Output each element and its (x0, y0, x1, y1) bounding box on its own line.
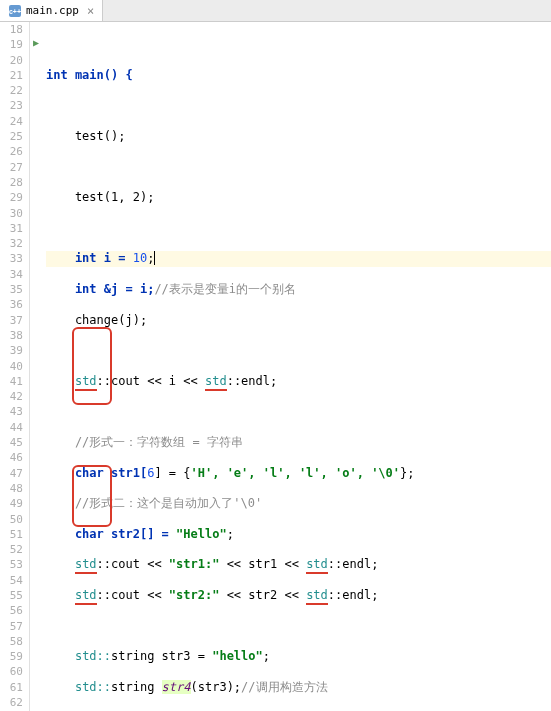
keyword: char str1[ (46, 466, 147, 480)
number: 10 (133, 251, 147, 265)
string-literal: "Hello" (176, 527, 227, 541)
code-text: string (111, 680, 162, 694)
code-text: << str2 << (219, 588, 306, 602)
code-text: ] = { (154, 466, 190, 480)
svg-text:c++: c++ (9, 8, 21, 15)
code-text: change(j); (46, 313, 147, 327)
keyword: int &j = i; (46, 282, 154, 296)
keyword: int i = (46, 251, 133, 265)
std-underline: std (306, 588, 328, 605)
code-text: ::endl; (328, 557, 379, 571)
string-literal: "hello" (212, 649, 263, 663)
code-text: ::endl; (227, 374, 278, 388)
tab-bar: c++ main.cpp × (0, 0, 551, 22)
cpp-file-icon: c++ (8, 4, 22, 18)
comment: //表示是变量i的一个别名 (154, 282, 296, 296)
keyword: int main() { (46, 68, 133, 82)
string-literal: "str1:" (169, 557, 220, 571)
code-text: test(1, 2); (46, 190, 154, 204)
std-underline: std (75, 588, 97, 605)
error-box-mark (72, 327, 112, 405)
tab-label: main.cpp (26, 4, 79, 17)
std: std:: (75, 649, 111, 663)
code-text: (str3); (191, 680, 242, 694)
code-text (46, 588, 75, 602)
code-text: test(); (46, 129, 125, 143)
code-content[interactable]: int main() { test(); test(1, 2); int i =… (46, 22, 551, 711)
char-literal: 'H', 'e', 'l', 'l', 'o', '\0' (191, 466, 401, 480)
tab-main-cpp[interactable]: c++ main.cpp × (0, 0, 103, 21)
run-marker-icon[interactable]: ▶ (33, 37, 39, 48)
code-text: }; (400, 466, 414, 480)
std-underline: std (205, 374, 227, 391)
code-text: ::endl; (328, 588, 379, 602)
highlighted-var: str4 (162, 680, 191, 694)
code-text (46, 374, 75, 388)
code-text: ::cout << (97, 557, 169, 571)
code-text (46, 680, 75, 694)
keyword: char str2[] = (46, 527, 176, 541)
code-text: ; (263, 649, 270, 663)
std-underline: std (75, 557, 97, 574)
close-icon[interactable]: × (87, 4, 94, 18)
std-underline: std (306, 557, 328, 574)
code-text: string str3 = (111, 649, 212, 663)
code-text (46, 557, 75, 571)
std-underline: std (75, 374, 97, 391)
string-literal: "str2:" (169, 588, 220, 602)
std: std:: (75, 680, 111, 694)
comment: //形式一：字符数组 = 字符串 (46, 435, 243, 449)
code-text: ::cout << i << (97, 374, 205, 388)
comment: //形式二：这个是自动加入了'\0' (46, 496, 262, 510)
code-text: ::cout << (97, 588, 169, 602)
code-text: ; (227, 527, 234, 541)
code-text: << str1 << (219, 557, 306, 571)
marker-column: ▶ (30, 22, 46, 711)
comment: //调用构造方法 (241, 680, 327, 694)
text-cursor (154, 251, 155, 265)
line-numbers: 18 19 20 21 22 23 24 25 26 27 28 29 30 3… (0, 22, 30, 711)
code-editor[interactable]: 18 19 20 21 22 23 24 25 26 27 28 29 30 3… (0, 22, 551, 711)
code-text (46, 649, 75, 663)
